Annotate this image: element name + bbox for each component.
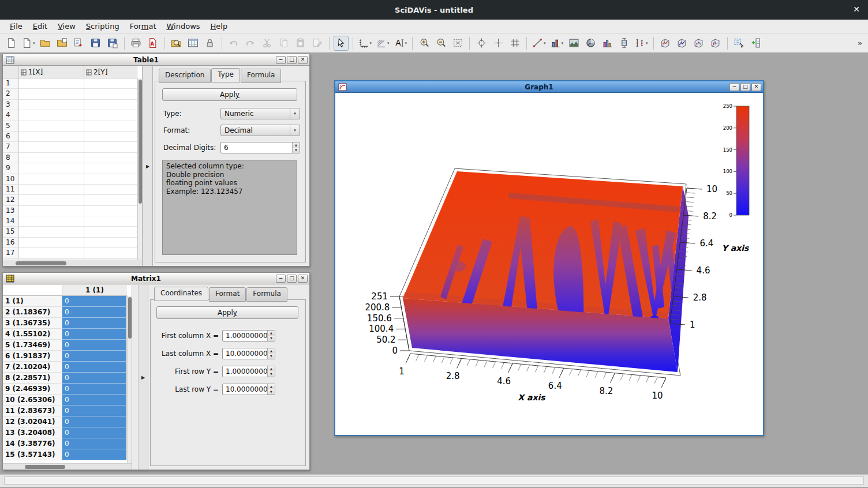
matrix-cell-selected[interactable]: 0 — [62, 373, 127, 384]
spin-up-icon[interactable]: ▲ — [268, 348, 275, 354]
table-cell[interactable] — [84, 100, 137, 110]
table-row[interactable]: 8 — [3, 153, 137, 163]
table-row[interactable]: 15 — [3, 227, 137, 237]
spin-buttons[interactable]: ▲▼ — [267, 348, 275, 359]
row-number[interactable]: 5 — [3, 121, 19, 132]
matrix-row[interactable]: 1 (1)0 — [3, 296, 127, 307]
spin-buttons[interactable]: ▲▼ — [267, 366, 275, 377]
menu-scripting[interactable]: Scripting — [81, 20, 125, 32]
table-cell[interactable] — [84, 163, 137, 174]
table-cell[interactable] — [19, 238, 84, 248]
plot-3d-scatter-button[interactable] — [691, 36, 706, 51]
close-button[interactable]: ✕ — [751, 83, 761, 91]
row-number[interactable]: 17 — [3, 248, 19, 258]
matrix1-panel-collapse-button[interactable]: ▶ — [138, 285, 148, 470]
table1-hscrollbar[interactable] — [3, 260, 142, 266]
new-aspect-button[interactable]: ▾ — [20, 36, 36, 51]
table1-tab-description[interactable]: Description — [159, 69, 211, 83]
table-cell[interactable] — [84, 110, 137, 121]
close-button[interactable]: ✕ — [298, 56, 308, 64]
matrix-cell-selected[interactable]: 0 — [62, 329, 127, 340]
matrix-row[interactable]: 12 (3.02041)0 — [3, 416, 127, 427]
table-row[interactable]: 9 — [3, 163, 137, 174]
table-cell[interactable] — [19, 195, 84, 205]
matrix-row-header[interactable]: 1 (1) — [3, 296, 62, 307]
matrix-cell-selected[interactable]: 0 — [62, 296, 127, 307]
table-cell[interactable] — [84, 121, 137, 132]
matrix-cell-selected[interactable]: 0 — [62, 449, 127, 460]
table-row[interactable]: 1 — [3, 78, 137, 89]
plot-histogram-button[interactable] — [600, 36, 615, 51]
spin-up-icon[interactable]: ▲ — [268, 331, 275, 336]
matrix-row[interactable]: 6 (1.91837)0 — [3, 351, 127, 362]
print-button[interactable] — [129, 36, 144, 51]
matrix-row-header[interactable]: 8 (2.28571) — [3, 373, 62, 384]
table-cell[interactable] — [84, 206, 137, 216]
table-cell[interactable] — [19, 153, 84, 163]
matrix-row-header[interactable]: 13 (3.20408) — [3, 427, 62, 438]
table-cell[interactable] — [19, 89, 84, 99]
matrix-row[interactable]: 15 (3.57143)0 — [3, 449, 127, 460]
matrix1-hscroll-thumb[interactable] — [25, 465, 65, 469]
select-data-range-button[interactable]: ▾ — [357, 36, 373, 51]
row-number[interactable]: 13 — [3, 206, 19, 216]
row-number[interactable]: 11 — [3, 185, 19, 195]
table-cell[interactable] — [19, 163, 84, 174]
table-row[interactable]: 13 — [3, 206, 137, 216]
matrix-cell-selected[interactable]: 0 — [62, 438, 127, 449]
table-cell[interactable] — [19, 132, 84, 142]
matrix-cell-selected[interactable]: 0 — [62, 318, 127, 329]
matrix-row[interactable]: 8 (2.28571)0 — [3, 373, 127, 384]
open-project-button[interactable] — [38, 36, 53, 51]
menu-view[interactable]: View — [53, 20, 81, 32]
table1-vscroll-thumb[interactable] — [139, 80, 142, 204]
matrix-cell-selected[interactable]: 0 — [62, 416, 127, 427]
add-image-button[interactable] — [566, 36, 581, 51]
matrix-row-header[interactable]: 7 (2.10204) — [3, 362, 62, 373]
table-row[interactable]: 7 — [3, 142, 137, 152]
spin-down-icon[interactable]: ▼ — [268, 371, 275, 377]
minimize-button[interactable]: − — [276, 275, 286, 283]
table-cell[interactable] — [19, 248, 84, 258]
matrix-row-header[interactable]: 2 (1.18367) — [3, 307, 62, 318]
row-number[interactable]: 15 — [3, 227, 19, 237]
row-number[interactable]: 7 — [3, 142, 19, 152]
matrix-cell-selected[interactable]: 0 — [62, 351, 127, 362]
matrix-cell-selected[interactable]: 0 — [62, 362, 127, 373]
table-cell[interactable] — [19, 110, 84, 121]
plot-3d-surface-button[interactable] — [658, 36, 673, 51]
maximize-button[interactable]: □ — [287, 275, 297, 283]
coord-field-spinbox[interactable]: 1.000000000▲▼ — [222, 330, 275, 341]
spin-up-icon[interactable]: ▲ — [268, 384, 275, 389]
matrix-row[interactable]: 13 (3.20408)0 — [3, 427, 127, 438]
matrix1-title-bar[interactable]: Matrix1 − □ ✕ — [3, 273, 309, 284]
minimize-button[interactable]: − — [276, 56, 286, 64]
table-row[interactable]: 6 — [3, 132, 137, 142]
matrix-row-header[interactable]: 3 (1.36735) — [3, 318, 62, 329]
rescale-to-show-all-button[interactable] — [450, 36, 465, 51]
table1-tab-formula[interactable]: Formula — [241, 69, 282, 83]
matrix1-grid[interactable]: 1 (1) 1 (1)02 (1.18367)03 (1.36735)04 (1… — [3, 285, 132, 470]
spin-up-icon[interactable]: ▲ — [268, 366, 275, 371]
row-number[interactable]: 8 — [3, 153, 19, 163]
matrix-cell-selected[interactable]: 0 — [62, 307, 127, 318]
zoom-out-button[interactable] — [433, 36, 448, 51]
table-cell[interactable] — [19, 227, 84, 237]
table-row[interactable]: 14 — [3, 216, 137, 227]
select-columns-button[interactable] — [732, 36, 747, 51]
table-cell[interactable] — [19, 216, 84, 227]
matrix1-tab-format[interactable]: Format — [209, 287, 246, 302]
add-text-button[interactable]: A▾ — [392, 36, 409, 51]
row-number[interactable]: 2 — [3, 89, 19, 99]
matrix1-apply-button[interactable]: Apply — [156, 306, 298, 319]
table-cell[interactable] — [84, 78, 137, 89]
table1-title-bar[interactable]: Table1 − □ ✕ — [3, 54, 309, 66]
new-document-button[interactable] — [3, 36, 18, 51]
matrix1-vscrollbar[interactable] — [127, 296, 132, 463]
spin-down-icon[interactable]: ▼ — [268, 336, 275, 341]
plot-3d-trajectory-button[interactable] — [675, 36, 690, 51]
spin-down-icon[interactable]: ▼ — [268, 389, 275, 395]
matrix-cell-selected[interactable]: 0 — [62, 427, 127, 438]
matrix1-tab-formula[interactable]: Formula — [246, 287, 287, 302]
plot-error-bars-button[interactable]: ▾ — [633, 36, 649, 51]
